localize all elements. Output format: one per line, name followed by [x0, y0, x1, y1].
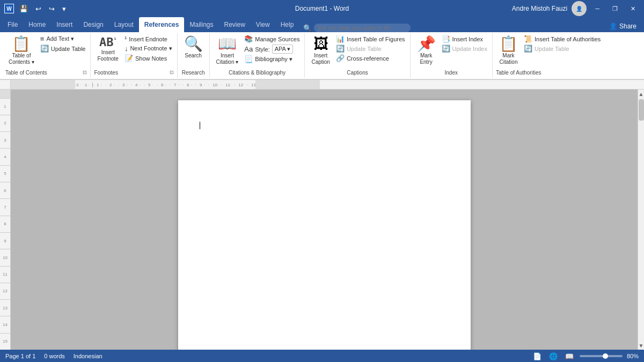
- ruler-v-11: 11: [0, 266, 11, 283]
- group-research: 🔍 Search Research: [178, 33, 210, 78]
- ruler-v-1: 1: [0, 98, 11, 115]
- status-bar: Page 1 of 1 0 words Indonesian 📄 🌐 📖 80%: [0, 350, 644, 362]
- insert-footnote-icon: AB¹: [99, 36, 117, 48]
- insert-citation-btn[interactable]: 📖 InsertCitation ▾: [213, 34, 242, 68]
- update-table-btn[interactable]: 🔄 Update Table: [39, 44, 87, 53]
- scroll-up-btn[interactable]: ▲: [638, 90, 644, 98]
- ruler-v-15: 15: [0, 333, 11, 350]
- zoom-thumb[interactable]: [603, 353, 608, 359]
- search-input[interactable]: [314, 24, 411, 32]
- update-table-icon: 🔄: [40, 45, 49, 53]
- doc-area[interactable]: [11, 90, 638, 350]
- style-icon: Aa: [244, 45, 253, 53]
- ruler-marks: ·2 · ·1 · · 1 · · 2 · · 3 · · 4 · · 5 · …: [11, 80, 320, 90]
- ruler-v-2: 2: [0, 115, 11, 131]
- mark-citation-icon: 📋: [499, 36, 518, 51]
- status-right: 📄 🌐 📖 80%: [531, 352, 639, 361]
- redo-qat-btn[interactable]: ↪: [47, 4, 57, 14]
- tab-file[interactable]: File: [2, 17, 23, 32]
- customize-qat-btn[interactable]: ▾: [60, 4, 68, 14]
- ruler-corner: [0, 80, 11, 90]
- ruler-v-13: 13: [0, 299, 11, 316]
- zoom-slider[interactable]: [580, 355, 623, 357]
- ruler-v-6: 6: [0, 182, 11, 198]
- tab-references[interactable]: References: [139, 17, 185, 32]
- title-bar: W 💾 ↩ ↪ ▾ Document1 - Word Andre Mistoh …: [0, 0, 644, 17]
- toc-icon: 📋: [12, 36, 31, 51]
- group-footnotes-buttons: AB¹ InsertFootnote ¹ Insert Endnote ↓ Ne…: [94, 34, 173, 70]
- insert-toa-btn[interactable]: 📜 Insert Table of Authorities: [522, 34, 602, 43]
- print-layout-btn[interactable]: 📄: [531, 352, 543, 361]
- tab-view[interactable]: View: [251, 17, 275, 32]
- insert-footnote-btn[interactable]: AB¹ InsertFootnote: [94, 34, 121, 64]
- group-citations-buttons: 📖 InsertCitation ▾ 📚 Manage Sources Aa S…: [213, 34, 302, 70]
- restore-btn[interactable]: ❐: [608, 0, 622, 17]
- group-captions-label: Captions: [347, 70, 368, 77]
- status-left: Page 1 of 1 0 words Indonesian: [5, 353, 111, 359]
- footnote-small-btns: ¹ Insert Endnote ↓ Next Footnote ▾ 📝 Sho…: [123, 34, 174, 63]
- update-index-btn: 🔄 Update Index: [440, 44, 489, 53]
- citations-small-btns: 📚 Manage Sources Aa Style: APA ▾ 📃 Bibli…: [243, 34, 301, 64]
- insert-table-figures-icon: 📊: [336, 35, 345, 43]
- tab-layout[interactable]: Layout: [109, 17, 139, 32]
- insert-table-figures-btn[interactable]: 📊 Insert Table of Figures: [334, 34, 407, 43]
- group-index-label: Index: [445, 70, 458, 77]
- tab-design[interactable]: Design: [78, 17, 108, 32]
- ruler-v-4: 4: [0, 148, 11, 165]
- tab-help[interactable]: Help: [275, 17, 299, 32]
- group-citations: 📖 InsertCitation ▾ 📚 Manage Sources Aa S…: [210, 33, 305, 78]
- close-btn[interactable]: ✕: [626, 0, 640, 17]
- mark-entry-btn[interactable]: 📌 MarkEntry: [414, 34, 439, 68]
- scroll-thumb[interactable]: [639, 99, 644, 121]
- web-layout-btn[interactable]: 🌐: [547, 352, 559, 361]
- group-captions: 🖼 InsertCaption 📊 Insert Table of Figure…: [305, 33, 410, 78]
- document-page[interactable]: [178, 100, 471, 350]
- show-notes-btn[interactable]: 📝 Show Notes: [123, 54, 169, 63]
- toc-collapse[interactable]: ⊡: [83, 70, 87, 76]
- text-cursor: [200, 122, 200, 129]
- ruler-v-8: 8: [0, 216, 11, 232]
- authorities-small-btns: 📜 Insert Table of Authorities 🔄 Update T…: [522, 34, 602, 53]
- style-select[interactable]: APA ▾: [272, 45, 294, 54]
- add-text-btn[interactable]: ≡ Add Text ▾: [39, 34, 76, 43]
- manage-sources-btn[interactable]: 📚 Manage Sources: [243, 34, 301, 43]
- insert-index-btn[interactable]: 📑 Insert Index: [440, 34, 485, 43]
- mark-citation-btn[interactable]: 📋 MarkCitation: [496, 34, 521, 68]
- toc-small-btns: ≡ Add Text ▾ 🔄 Update Table: [39, 34, 87, 53]
- undo-qat-btn[interactable]: ↩: [33, 4, 43, 14]
- group-footnotes-label: Footnotes ⊡: [94, 70, 173, 77]
- insert-toa-icon: 📜: [524, 35, 532, 43]
- insert-caption-icon: 🖼: [313, 36, 328, 51]
- user-name: Andre Mistoh Fauzi: [512, 5, 567, 12]
- update-toa-icon: 🔄: [524, 45, 532, 53]
- tab-home[interactable]: Home: [23, 17, 51, 32]
- minimize-btn[interactable]: ─: [591, 0, 604, 17]
- share-btn[interactable]: 👤 Share: [604, 20, 642, 32]
- main-area: 1 2 3 4 5 6 7 8 9 10 11 12 13 14 15 ▲ ▼: [0, 90, 644, 350]
- insert-caption-btn[interactable]: 🖼 InsertCaption: [308, 34, 333, 68]
- word-icon: W: [4, 4, 14, 13]
- scroll-down-btn[interactable]: ▼: [638, 341, 644, 350]
- tab-mailings[interactable]: Mailings: [184, 17, 218, 32]
- footnotes-collapse[interactable]: ⊡: [170, 70, 174, 76]
- cross-reference-btn[interactable]: 🔗 Cross-reference: [334, 54, 391, 63]
- insert-endnote-btn[interactable]: ¹ Insert Endnote: [123, 34, 169, 43]
- show-notes-icon: 📝: [125, 54, 133, 62]
- style-btn[interactable]: Aa Style: APA ▾: [243, 44, 295, 54]
- group-citations-label: Citations & Bibliography: [229, 70, 286, 77]
- next-footnote-icon: ↓: [125, 45, 128, 53]
- insert-endnote-icon: ¹: [125, 35, 127, 43]
- tab-insert[interactable]: Insert: [51, 17, 78, 32]
- search-btn[interactable]: 🔍 Search: [181, 34, 206, 61]
- group-research-label: Research: [182, 70, 205, 77]
- group-research-buttons: 🔍 Search: [181, 34, 206, 70]
- save-qat-btn[interactable]: 💾: [17, 4, 30, 14]
- bibliography-btn[interactable]: 📃 Bibliography ▾: [243, 55, 294, 64]
- read-mode-btn[interactable]: 📖: [564, 352, 575, 361]
- scrollbar-vertical[interactable]: ▲ ▼: [638, 90, 644, 350]
- toc-btn[interactable]: 📋 Table ofContents ▾: [5, 34, 38, 68]
- next-footnote-btn[interactable]: ↓ Next Footnote ▾: [123, 44, 174, 53]
- ruler-v-5: 5: [0, 165, 11, 182]
- ruler-v-14: 14: [0, 316, 11, 333]
- tab-review[interactable]: Review: [219, 17, 251, 32]
